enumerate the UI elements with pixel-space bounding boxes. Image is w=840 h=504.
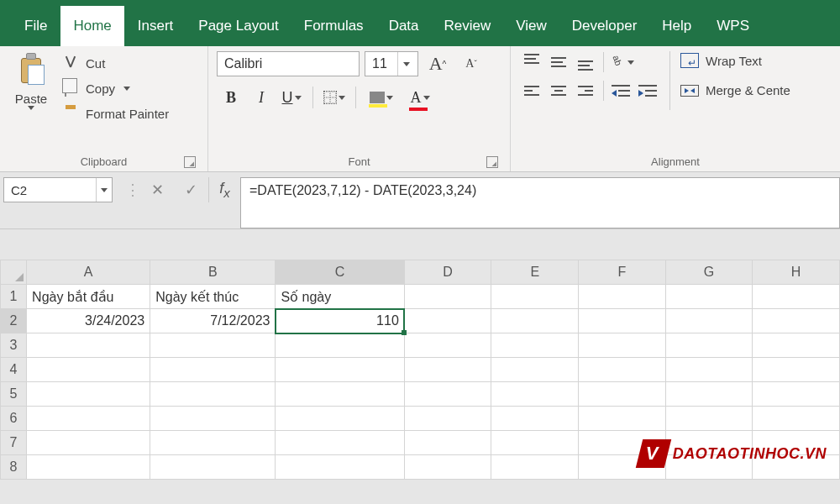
cell-A3[interactable] xyxy=(27,333,150,358)
cell-G1[interactable] xyxy=(665,285,753,309)
resize-handle-icon[interactable]: ⋮ xyxy=(124,177,141,202)
col-header-F[interactable]: F xyxy=(579,260,666,285)
tab-file[interactable]: File xyxy=(12,6,60,46)
formula-input[interactable]: =DATE(2023,7,12) - DATE(2023,3,24) xyxy=(240,177,840,228)
cell-B7[interactable] xyxy=(150,431,276,455)
chevron-down-icon[interactable] xyxy=(101,188,108,192)
cell-F3[interactable] xyxy=(579,333,666,358)
cell-A2[interactable]: 3/24/2023 xyxy=(27,309,150,333)
select-all-corner[interactable] xyxy=(1,260,27,285)
cell-D4[interactable] xyxy=(404,358,491,382)
tab-view[interactable]: View xyxy=(503,6,559,46)
cell-D2[interactable] xyxy=(404,309,491,333)
cell-A5[interactable] xyxy=(27,382,150,407)
cell-H1[interactable] xyxy=(753,285,840,309)
decrease-font-button[interactable]: Aˇ xyxy=(457,51,486,76)
wrap-text-button[interactable]: Wrap Text xyxy=(679,51,792,70)
cell-C2[interactable]: 110 xyxy=(276,309,404,333)
cell-C3[interactable] xyxy=(276,333,404,358)
cell-H3[interactable] xyxy=(753,333,840,358)
cell-B4[interactable] xyxy=(150,358,276,382)
row-header-8[interactable]: 8 xyxy=(1,455,27,480)
cell-A7[interactable] xyxy=(27,431,150,455)
cell-G5[interactable] xyxy=(665,382,753,407)
font-color-button[interactable]: A xyxy=(402,85,438,110)
dialog-launcher-icon[interactable] xyxy=(486,156,498,168)
cell-D6[interactable] xyxy=(404,407,491,431)
cell-G3[interactable] xyxy=(665,333,753,358)
cell-C4[interactable] xyxy=(276,358,404,382)
row-header-1[interactable]: 1 xyxy=(1,285,27,309)
tab-data[interactable]: Data xyxy=(376,6,432,46)
align-center-button[interactable] xyxy=(546,80,571,102)
cell-E5[interactable] xyxy=(491,382,579,407)
cell-H2[interactable] xyxy=(753,309,840,333)
cell-B5[interactable] xyxy=(150,382,276,407)
enter-formula-button[interactable]: ✓ xyxy=(175,177,207,202)
cell-D1[interactable] xyxy=(404,285,491,309)
chevron-down-icon[interactable] xyxy=(28,106,34,110)
tab-page-layout[interactable]: Page Layout xyxy=(186,6,291,46)
font-size-input[interactable] xyxy=(365,56,397,71)
paste-button[interactable]: Paste xyxy=(8,51,54,110)
col-header-A[interactable]: A xyxy=(27,260,150,285)
increase-font-button[interactable]: A^ xyxy=(423,51,452,76)
cell-F1[interactable] xyxy=(579,285,666,309)
underline-button[interactable]: U xyxy=(277,85,306,110)
col-header-C[interactable]: C xyxy=(276,260,404,285)
chevron-down-icon[interactable] xyxy=(295,96,302,100)
orientation-button[interactable] xyxy=(609,51,634,73)
col-header-H[interactable]: H xyxy=(753,260,840,285)
tab-insert[interactable]: Insert xyxy=(125,6,186,46)
chevron-down-icon[interactable] xyxy=(339,96,345,100)
tab-wps[interactable]: WPS xyxy=(704,6,762,46)
align-bottom-button[interactable] xyxy=(573,51,598,73)
col-header-E[interactable]: E xyxy=(491,260,579,285)
insert-function-button[interactable]: fx xyxy=(208,177,240,202)
italic-button[interactable]: I xyxy=(247,85,276,110)
cell-C5[interactable] xyxy=(276,382,404,407)
merge-center-button[interactable]: Merge & Cente xyxy=(679,81,792,99)
cell-E4[interactable] xyxy=(491,358,579,382)
font-name-combo[interactable] xyxy=(217,51,360,76)
cell-B3[interactable] xyxy=(150,333,276,358)
fill-color-button[interactable] xyxy=(363,85,400,110)
cell-F6[interactable] xyxy=(579,407,666,431)
cell-B6[interactable] xyxy=(150,407,276,431)
bold-button[interactable]: B xyxy=(217,85,245,110)
font-size-combo[interactable] xyxy=(365,51,418,76)
tab-formulas[interactable]: Formulas xyxy=(291,6,376,46)
cell-G4[interactable] xyxy=(665,358,753,382)
align-middle-button[interactable] xyxy=(546,51,571,73)
tab-developer[interactable]: Developer xyxy=(559,6,650,46)
chevron-down-icon[interactable] xyxy=(627,60,634,65)
tab-home[interactable]: Home xyxy=(60,5,124,46)
cell-G6[interactable] xyxy=(665,407,753,431)
cell-E1[interactable] xyxy=(491,285,579,309)
tab-review[interactable]: Review xyxy=(432,6,504,46)
cell-E3[interactable] xyxy=(491,333,579,358)
col-header-G[interactable]: G xyxy=(665,260,753,285)
cell-G2[interactable] xyxy=(665,309,753,333)
increase-indent-button[interactable] xyxy=(636,80,661,102)
cell-B2[interactable]: 7/12/2023 xyxy=(150,309,276,333)
cell-A4[interactable] xyxy=(27,358,150,382)
name-box[interactable] xyxy=(3,177,113,202)
align-top-button[interactable] xyxy=(519,51,544,73)
cell-E7[interactable] xyxy=(491,431,579,455)
format-painter-button[interactable]: Format Painter xyxy=(59,103,172,123)
row-header-5[interactable]: 5 xyxy=(1,382,27,407)
align-right-button[interactable] xyxy=(573,80,598,102)
col-header-D[interactable]: D xyxy=(404,260,491,285)
chevron-down-icon[interactable] xyxy=(423,96,430,100)
cut-button[interactable]: Cut xyxy=(59,53,172,73)
cell-H6[interactable] xyxy=(753,407,840,431)
worksheet[interactable]: A B C D E F G H 1 Ngày bắt đầu Ngày kết … xyxy=(0,260,840,480)
cell-H5[interactable] xyxy=(753,382,840,407)
cell-D3[interactable] xyxy=(404,333,491,358)
decrease-indent-button[interactable] xyxy=(609,80,634,102)
cell-C7[interactable] xyxy=(276,431,404,455)
align-left-button[interactable] xyxy=(519,80,544,102)
name-box-input[interactable] xyxy=(4,183,96,197)
row-header-3[interactable]: 3 xyxy=(1,333,27,358)
